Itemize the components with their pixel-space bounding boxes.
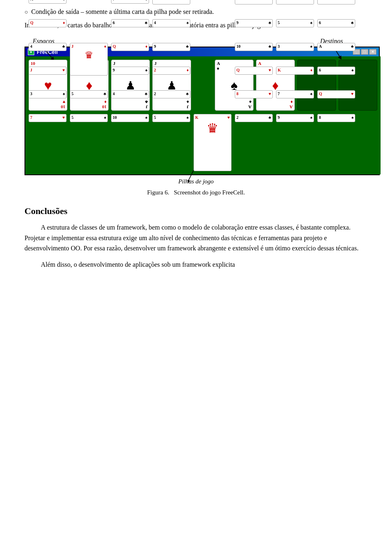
- card-br: A♦: [290, 100, 293, 109]
- card: 5♠: [276, 19, 314, 27]
- bullet-item: ○ Condição de saída – somente a última c…: [24, 8, 368, 16]
- card: 7♠: [276, 90, 314, 98]
- card: K♥ ♛: [194, 114, 232, 171]
- card: 10♣: [235, 43, 273, 51]
- card: 5♠: [152, 114, 190, 122]
- card-br: J♣: [145, 100, 148, 109]
- card: 7♠: [111, 0, 149, 4]
- freecell-window: ♠ FreeCell _ □ ✕ 10♥ ♥ 10♥: [24, 47, 380, 175]
- bullet-icon: ○: [24, 9, 28, 16]
- card: K♦: [276, 67, 314, 75]
- play-col-5: K♥ ♛: [194, 114, 232, 171]
- card: 4♣: [111, 90, 149, 98]
- play-columns: 7♥ 3♠ J♥ 4♣ Q♦ A♠: [29, 114, 377, 171]
- play-col-8: 8♠ Q♥ 6♠ A♣ 6♣ 6♣: [317, 114, 356, 171]
- card-br: 10♥: [61, 100, 65, 109]
- card: Q♦: [111, 43, 149, 51]
- card: 3♠ ♠: [276, 0, 314, 4]
- card: Q♥: [317, 90, 355, 98]
- conclusoes-p2: Além disso, o desenvolvimento de aplicaç…: [24, 259, 368, 270]
- play-col-2: 5♠ 5♣ J♦ J♦ ♛: [70, 114, 109, 171]
- card: 8♥: [235, 90, 273, 98]
- card: 8♣ ♣: [235, 0, 273, 4]
- card: 2♣: [235, 114, 273, 122]
- card-tl: A♠: [217, 61, 220, 71]
- card: J♦ ♛: [70, 43, 108, 76]
- play-col-4: 5♠ 2♣ 2♦ 9♣ 4♠ 4♣: [152, 114, 191, 171]
- card: A♠: [29, 0, 67, 4]
- figure-caption: Figura 6. Screenshot do jogo FreeCell.: [24, 189, 368, 196]
- maximize-button[interactable]: □: [361, 49, 368, 55]
- card: Q♥: [235, 67, 273, 75]
- card: 10♠: [111, 114, 149, 122]
- card-br: 10♦: [102, 100, 107, 109]
- conclusoes-heading: Conclusões: [24, 206, 368, 216]
- card: 5♠: [70, 114, 108, 122]
- intro-paragraph: Inicialmente, as cartas do baralho são d…: [24, 20, 368, 30]
- game-area: 10♥ ♥ 10♥ 10♦ ♦ 10♦ J♣ ♟ J♣: [25, 56, 381, 174]
- card-br: A♠: [248, 100, 252, 109]
- card: 9♣: [235, 19, 273, 27]
- card: 2♣: [152, 90, 190, 98]
- card-br: J♠: [187, 100, 189, 109]
- card: 9♣: [152, 43, 190, 51]
- play-col-6: 2♣ 8♥ Q♥ 10♣ 9♣ 9♥: [235, 114, 274, 171]
- card: 3♠: [276, 43, 314, 51]
- card: 8♠: [317, 114, 355, 122]
- play-col-7: 9♠ 7♠ K♦ 3♠ 5♠ 4♠: [276, 114, 315, 171]
- card: 6♣: [111, 19, 149, 27]
- conclusoes-p1: A estrutura de classes de um framework, …: [24, 222, 368, 254]
- card: 6♠: [317, 67, 355, 75]
- bullet-text: Condição de saída – somente a última car…: [31, 8, 214, 16]
- card: 7♥: [29, 114, 67, 122]
- card: 6♣: [317, 19, 355, 27]
- titlebar-controls: _ □ ✕: [353, 49, 376, 55]
- card: 4♠: [152, 19, 190, 27]
- figure-text: Screenshot do jogo FreeCell.: [174, 189, 245, 196]
- card: 9♠: [111, 67, 149, 75]
- card: 3♠: [29, 90, 67, 98]
- card: 4♣: [29, 43, 67, 51]
- figure-wrapper: Espaços Destinos: [24, 38, 368, 185]
- card: 9♠ ♠: [317, 0, 355, 4]
- close-button[interactable]: ✕: [369, 49, 376, 55]
- card: 5♣: [70, 90, 108, 98]
- play-col-1: 7♥ 3♠ J♥ 4♣ Q♦ A♠: [29, 114, 67, 171]
- card: A♣: [317, 43, 355, 51]
- card: 9♠: [276, 114, 314, 122]
- figure-label: Figura 6.: [147, 189, 169, 196]
- play-col-3: 10♠ 4♣ 9♠ Q♦ 6♣ 7♠: [111, 114, 150, 171]
- card: 2♦: [152, 67, 190, 75]
- card: J♥: [29, 67, 67, 75]
- card: Q♦: [29, 19, 67, 27]
- card: 9♣ ♣: [152, 0, 190, 4]
